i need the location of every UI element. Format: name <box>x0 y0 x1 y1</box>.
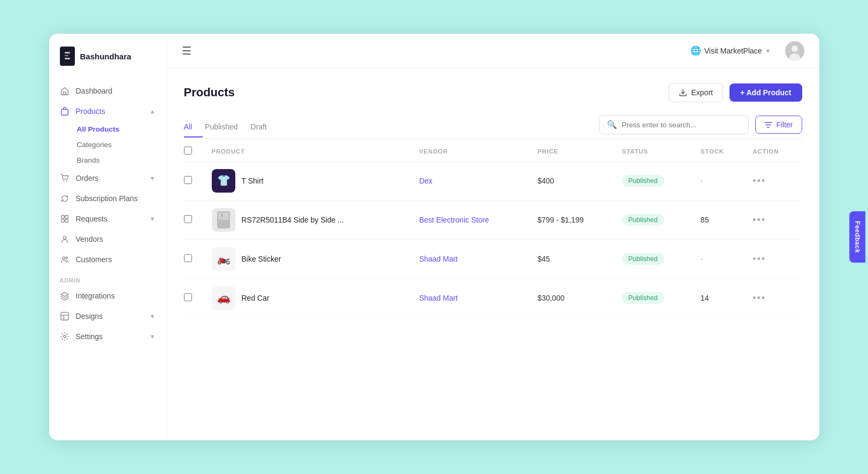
page-header: Products Export + Add Product <box>184 83 802 102</box>
cart-icon <box>60 173 70 183</box>
vendor-link[interactable]: Shaad Mart <box>419 255 458 263</box>
action-menu-button[interactable]: ••• <box>752 175 766 186</box>
row-checkbox-cell <box>184 162 205 201</box>
sidebar-item-dashboard[interactable]: Dashboard <box>49 81 166 101</box>
people-icon <box>60 255 70 264</box>
gear-icon <box>60 332 70 341</box>
feedback-tab[interactable]: Feedback <box>849 211 865 263</box>
product-cell: 🏍️ Bike Sticker <box>205 240 413 279</box>
table-header-row: PRODUCT VENDOR PRICE STATUS STOCK ACTION <box>184 139 802 162</box>
svg-rect-8 <box>61 216 64 218</box>
export-button[interactable]: Export <box>669 83 723 102</box>
products-subnav: All Products Categories Brands <box>49 121 166 168</box>
tab-draft[interactable]: Draft <box>249 117 278 137</box>
col-product: PRODUCT <box>205 139 413 162</box>
layers-icon <box>60 291 70 301</box>
price-cell: $799 - $1,199 <box>531 201 616 240</box>
grid-icon <box>60 214 70 224</box>
col-checkbox <box>184 139 205 162</box>
action-menu-button[interactable]: ••• <box>752 293 766 303</box>
sidebar-item-categories[interactable]: Categories <box>73 137 166 152</box>
svg-text:🚗: 🚗 <box>217 291 230 304</box>
row-checkbox-1[interactable] <box>184 215 192 223</box>
sidebar-item-brands[interactable]: Brands <box>73 152 166 168</box>
status-cell: Published <box>616 240 694 279</box>
row-checkbox-2[interactable] <box>184 254 192 262</box>
product-cell: 👕 T Shirt <box>205 162 413 201</box>
sidebar-navigation: Dashboard Products ▲ All Products Catego… <box>49 77 166 440</box>
svg-point-12 <box>63 236 66 239</box>
visit-marketplace-button[interactable]: 🌐 Visit MarketPlace ▼ <box>685 42 777 59</box>
stock-value: - <box>701 177 703 185</box>
action-cell: ••• <box>746 279 802 318</box>
svg-rect-15 <box>60 312 68 320</box>
logo-icon <box>60 47 75 66</box>
status-badge: Published <box>622 175 664 187</box>
action-cell: ••• <box>746 240 802 279</box>
row-checkbox-cell <box>184 240 205 279</box>
sidebar-item-subscription[interactable]: Subscription Plans <box>49 188 166 209</box>
user-avatar[interactable] <box>785 41 804 60</box>
products-table: PRODUCT VENDOR PRICE STATUS STOCK ACTION… <box>184 139 802 318</box>
svg-point-7 <box>66 180 67 181</box>
svg-rect-1 <box>65 52 70 53</box>
export-icon <box>679 88 687 97</box>
topbar: ☰ 🌐 Visit MarketPlace ▼ <box>167 34 819 68</box>
row-checkbox-cell <box>184 279 205 318</box>
action-cell: ••• <box>746 201 802 240</box>
sidebar-item-label: Settings <box>76 332 103 341</box>
svg-rect-10 <box>61 219 64 222</box>
chevron-up-icon: ▲ <box>150 108 156 114</box>
product-name: RS72R5011B4 Side by Side ... <box>242 216 344 224</box>
stock-cell: - <box>694 162 746 201</box>
topbar-left: ☰ <box>182 44 191 57</box>
header-actions: Export + Add Product <box>669 83 802 102</box>
vendor-link[interactable]: Shaad Mart <box>419 294 458 302</box>
sidebar-item-requests[interactable]: Requests ▼ <box>49 209 166 229</box>
price-cell: $30,000 <box>531 279 616 318</box>
add-product-button[interactable]: + Add Product <box>729 83 802 102</box>
row-checkbox-cell <box>184 201 205 240</box>
filter-label: Filter <box>776 120 793 129</box>
product-name: Bike Sticker <box>242 255 281 263</box>
sidebar-item-settings[interactable]: Settings ▼ <box>49 326 166 347</box>
tab-all[interactable]: All <box>184 117 203 137</box>
row-checkbox-0[interactable] <box>184 176 192 184</box>
svg-rect-26 <box>218 212 229 220</box>
search-box: 🔍 <box>599 115 749 134</box>
sidebar-item-vendors[interactable]: Vendors <box>49 229 166 249</box>
row-checkbox-3[interactable] <box>184 293 192 301</box>
person-icon <box>60 234 70 244</box>
sidebar-item-label: Products <box>76 107 105 116</box>
sidebar-item-label: Orders <box>76 174 99 182</box>
add-product-label: + Add Product <box>740 88 792 97</box>
vendor-link[interactable]: Best Electronic Store <box>419 216 489 224</box>
col-action: ACTION <box>746 139 802 162</box>
select-all-checkbox[interactable] <box>184 147 192 155</box>
filter-button[interactable]: Filter <box>755 116 802 134</box>
product-thumbnail: 🚗 <box>212 286 235 310</box>
table-row: 🏍️ Bike Sticker Shaad Mart $45 Published… <box>184 240 802 279</box>
sidebar-item-designs[interactable]: Designs ▼ <box>49 306 166 326</box>
search-input[interactable] <box>621 121 741 129</box>
col-stock: STOCK <box>694 139 746 162</box>
globe-icon: 🌐 <box>690 45 701 56</box>
sidebar-item-label: Customers <box>76 255 112 264</box>
svg-point-6 <box>63 180 64 181</box>
product-cell: 🚗 Red Car <box>205 279 413 318</box>
price-cell: $400 <box>531 162 616 201</box>
sidebar-item-products[interactable]: Products ▲ <box>49 101 166 121</box>
vendor-link[interactable]: Dex <box>419 177 433 185</box>
svg-text:🏍️: 🏍️ <box>217 252 230 265</box>
hamburger-menu-icon[interactable]: ☰ <box>182 44 191 57</box>
action-menu-button[interactable]: ••• <box>752 215 766 225</box>
sidebar-item-all-products[interactable]: All Products <box>73 121 166 137</box>
tab-published[interactable]: Published <box>203 117 249 137</box>
sidebar-item-integrations[interactable]: Integrations <box>49 286 166 306</box>
refresh-icon <box>60 194 70 203</box>
stock-cell: 14 <box>694 279 746 318</box>
action-menu-button[interactable]: ••• <box>752 254 766 264</box>
brand-name: Bashundhara <box>80 52 132 61</box>
sidebar-item-orders[interactable]: Orders ▼ <box>49 168 166 188</box>
sidebar-item-customers[interactable]: Customers <box>49 249 166 270</box>
